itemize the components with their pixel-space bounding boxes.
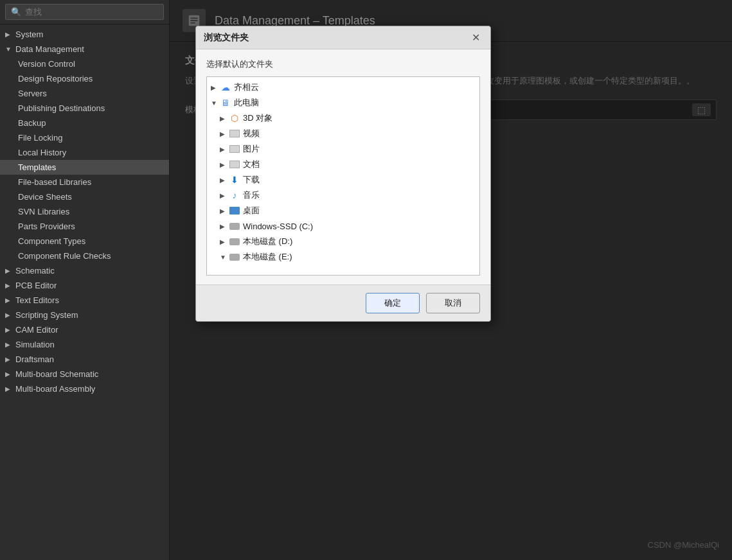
tree-item-label: 3D 对象 <box>243 112 272 124</box>
search-bar: 🔍 <box>0 0 169 24</box>
downloads-icon: ⬇ <box>229 174 240 186</box>
tree-item-label: 桌面 <box>243 205 260 216</box>
music-icon: ♪ <box>229 189 240 201</box>
nav-tree: ▶ System ▼ Data Management Version Contr… <box>0 24 169 560</box>
chevron-icon: ▶ <box>5 31 14 38</box>
tree-item-drive-d[interactable]: ▶ 本地磁盘 (D:) <box>207 234 479 249</box>
sidebar-item-publishing-destinations[interactable]: Publishing Destinations <box>0 101 169 116</box>
tree-item-pictures[interactable]: ▶ 图片 <box>207 141 479 157</box>
folder-tree-container[interactable]: ▶ ☁ 齐相云 ▼ 🖥 此电脑 ▶ ⬡ <box>206 76 480 276</box>
browse-folder-dialog: 浏览文件夹 ✕ 选择默认的文件夹 ▶ ☁ 齐相云 ▼ <box>195 26 491 322</box>
tree-item-documents[interactable]: ▶ 文档 <box>207 157 479 172</box>
sidebar-item-label: Design Repositories <box>18 74 93 83</box>
sidebar-item-templates[interactable]: Templates <box>0 160 169 175</box>
main-content: Data Management – Templates 文件模板 设置包含文档模… <box>170 0 732 560</box>
chevron-right-icon: ▶ <box>220 161 229 168</box>
sidebar-item-label: Multi-board Schematic <box>15 369 98 379</box>
sidebar-item-file-based-libraries[interactable]: File-based Libraries <box>0 175 169 189</box>
tree-item-3d-objects[interactable]: ▶ ⬡ 3D 对象 <box>207 110 479 126</box>
tree-item-music[interactable]: ▶ ♪ 音乐 <box>207 188 479 203</box>
chevron-down-icon: ▼ <box>211 100 220 107</box>
chevron-icon: ▼ <box>5 46 14 53</box>
sidebar-item-parts-providers[interactable]: Parts Providers <box>0 219 169 234</box>
sidebar-item-label: Device Sheets <box>18 192 72 202</box>
tree-item-label: 音乐 <box>243 189 260 201</box>
tree-item-downloads[interactable]: ▶ ⬇ 下载 <box>207 172 479 188</box>
video-folder-icon <box>229 128 240 139</box>
drive-e-icon <box>229 251 240 263</box>
sidebar-item-simulation[interactable]: ▶ Simulation <box>0 337 169 352</box>
chevron-icon: ▶ <box>5 371 14 378</box>
chevron-icon: ▶ <box>5 282 14 289</box>
sidebar-item-label: PCB Editor <box>15 281 57 290</box>
dialog-close-button[interactable]: ✕ <box>469 31 483 44</box>
tree-item-label: 本地磁盘 (D:) <box>243 236 292 247</box>
sidebar-item-multi-board-assembly[interactable]: ▶ Multi-board Assembly <box>0 381 169 396</box>
tree-item-label: 文档 <box>243 159 260 170</box>
drive-c-icon <box>229 220 240 232</box>
sidebar-item-label: File Locking <box>18 133 62 143</box>
pictures-folder-icon <box>229 143 240 155</box>
sidebar-item-label: Version Control <box>18 59 75 69</box>
sidebar-item-cam-editor[interactable]: ▶ CAM Editor <box>0 322 169 337</box>
tree-item-drive-c[interactable]: ▶ Windows-SSD (C:) <box>207 218 479 234</box>
sidebar-item-label: Local History <box>18 148 66 157</box>
tree-item-label: 图片 <box>243 143 260 155</box>
sidebar-item-text-editors[interactable]: ▶ Text Editors <box>0 293 169 308</box>
tree-item-qixiangyun[interactable]: ▶ ☁ 齐相云 <box>207 80 479 95</box>
search-input[interactable] <box>25 7 158 17</box>
chevron-right-icon: ▶ <box>220 115 229 122</box>
sidebar-item-file-locking[interactable]: File Locking <box>0 130 169 145</box>
tree-item-label: 本地磁盘 (E:) <box>243 251 292 263</box>
search-input-wrap[interactable]: 🔍 <box>5 4 164 20</box>
sidebar-item-device-sheets[interactable]: Device Sheets <box>0 189 169 204</box>
sidebar-item-design-repositories[interactable]: Design Repositories <box>0 71 169 86</box>
sidebar-item-draftsman[interactable]: ▶ Draftsman <box>0 352 169 367</box>
tree-item-label: 视频 <box>243 128 260 139</box>
sidebar-item-scripting-system[interactable]: ▶ Scripting System <box>0 308 169 322</box>
dialog-cancel-button[interactable]: 取消 <box>426 293 480 313</box>
sidebar-item-component-rule-checks[interactable]: Component Rule Checks <box>0 249 169 263</box>
sidebar-item-label: Text Editors <box>15 295 59 305</box>
3d-icon: ⬡ <box>229 112 240 124</box>
sidebar-item-label: Simulation <box>15 340 55 349</box>
computer-icon: 🖥 <box>220 97 231 109</box>
folder-tree: ▶ ☁ 齐相云 ▼ 🖥 此电脑 ▶ ⬡ <box>207 77 479 275</box>
sidebar: 🔍 ▶ System ▼ Data Management Version Con… <box>0 0 170 560</box>
chevron-icon: ▶ <box>5 341 14 348</box>
chevron-down-icon: ▼ <box>220 254 229 261</box>
chevron-right-icon: ▶ <box>220 207 229 214</box>
sidebar-item-label: Component Types <box>18 236 85 246</box>
chevron-right-icon: ▶ <box>211 84 220 91</box>
sidebar-item-label: Data Management <box>15 44 84 54</box>
sidebar-item-pcb-editor[interactable]: ▶ PCB Editor <box>0 278 169 293</box>
tree-item-drive-e[interactable]: ▼ 本地磁盘 (E:) <box>207 249 479 265</box>
dialog-footer: 确定 取消 <box>196 284 490 321</box>
sidebar-item-local-history[interactable]: Local History <box>0 145 169 160</box>
tree-item-this-pc[interactable]: ▼ 🖥 此电脑 <box>207 95 479 110</box>
sidebar-item-servers[interactable]: Servers <box>0 86 169 101</box>
sidebar-item-label: Backup <box>18 118 46 128</box>
sidebar-item-label: System <box>15 30 43 39</box>
sidebar-item-svn-libraries[interactable]: SVN Libraries <box>0 204 169 219</box>
tree-item-desktop[interactable]: ▶ 桌面 <box>207 203 479 218</box>
sidebar-item-system[interactable]: ▶ System <box>0 27 169 42</box>
chevron-right-icon: ▶ <box>220 177 229 184</box>
documents-folder-icon <box>229 159 240 170</box>
sidebar-item-label: Component Rule Checks <box>18 251 111 261</box>
sidebar-item-label: Draftsman <box>15 354 54 364</box>
sidebar-item-schematic[interactable]: ▶ Schematic <box>0 263 169 278</box>
sidebar-item-label: Multi-board Assembly <box>15 384 95 394</box>
tree-item-label: Windows-SSD (C:) <box>243 222 313 231</box>
sidebar-item-label: File-based Libraries <box>18 177 91 187</box>
sidebar-item-backup[interactable]: Backup <box>0 116 169 130</box>
dialog-confirm-button[interactable]: 确定 <box>366 293 420 313</box>
chevron-right-icon: ▶ <box>220 238 229 245</box>
tree-item-label: 下载 <box>243 174 260 186</box>
tree-item-videos[interactable]: ▶ 视频 <box>207 126 479 141</box>
sidebar-item-version-control[interactable]: Version Control <box>0 57 169 71</box>
drive-d-icon <box>229 236 240 247</box>
sidebar-item-data-management[interactable]: ▼ Data Management <box>0 42 169 57</box>
sidebar-item-multi-board-schematic[interactable]: ▶ Multi-board Schematic <box>0 367 169 381</box>
sidebar-item-component-types[interactable]: Component Types <box>0 234 169 249</box>
